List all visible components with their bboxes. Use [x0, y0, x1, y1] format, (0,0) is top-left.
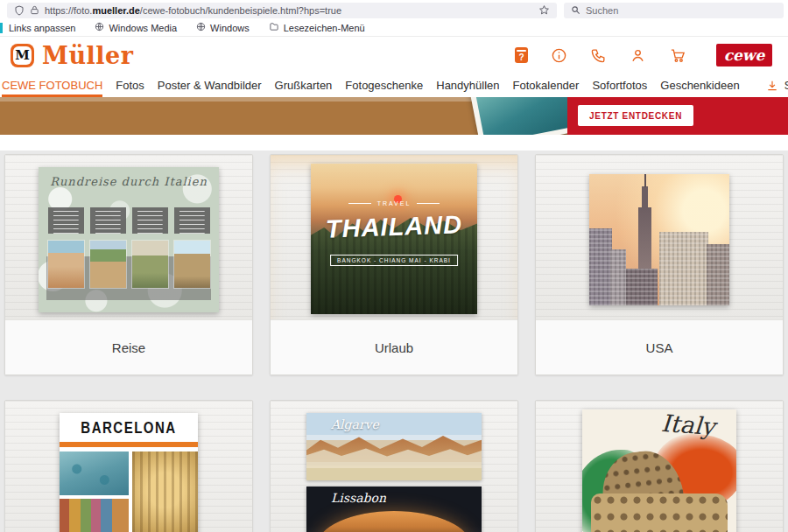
search-input[interactable]: Suchen	[564, 3, 784, 18]
bookmark-lesezeichen-menu[interactable]: Lesezeichen-Menü	[269, 22, 365, 33]
card-image-area: TRAVEL THAILAND BANGKOK - CHIANG MAI - K…	[271, 155, 517, 319]
cover-title: BARCELONA	[60, 418, 198, 437]
card-image-area: Rundreise durch Italien	[5, 155, 252, 319]
cover-title-algarve: Algarve	[331, 417, 379, 431]
cover-title: THAILAND	[311, 210, 477, 245]
bookmark-windows[interactable]: Windows	[196, 22, 250, 33]
hero-banner[interactable]: JETZT ENTDECKEN	[0, 97, 788, 135]
globe-icon	[95, 22, 104, 33]
bookmark-links-anpassen[interactable]: Links anpassen	[9, 23, 75, 33]
cart-icon[interactable]	[669, 47, 686, 64]
gallery-card-italy[interactable]: Italy	[535, 400, 784, 532]
photobook-cover-thailand: TRAVEL THAILAND BANGKOK - CHIANG MAI - K…	[311, 164, 477, 314]
photobook-cover-italy: Italy	[582, 410, 736, 532]
search-placeholder: Suchen	[586, 5, 618, 16]
hero-red-panel: JETZT ENTDECKEN	[567, 97, 788, 135]
cover-subtitle: BANGKOK - CHIANG MAI - KRABI	[330, 255, 458, 266]
main-nav: CEWE FOTOBUCH Fotos Poster & Wandbilder …	[0, 74, 788, 97]
card-image-area: Italy	[536, 401, 783, 532]
shield-icon[interactable]	[14, 5, 25, 16]
cewe-logo[interactable]: cewe	[716, 44, 772, 66]
service-help-icon[interactable]: ?	[515, 47, 528, 63]
nav-fotogeschenke[interactable]: Fotogeschenke	[345, 74, 423, 97]
nav-poster-wandbilder[interactable]: Poster & Wandbilder	[158, 74, 262, 97]
card-image-area: BARCELONA	[5, 401, 252, 532]
download-icon	[766, 80, 778, 92]
gallery-card-reise[interactable]: Rundreise durch Italien Reise	[4, 154, 253, 375]
gallery-section: Rundreise durch Italien Reise	[0, 150, 788, 532]
photobook-cover-reise: Rundreise durch Italien	[39, 167, 219, 312]
header-actions: ? cewe	[515, 44, 772, 66]
nav-software-app[interactable]: Software & App	[766, 80, 788, 92]
info-icon[interactable]	[551, 47, 567, 64]
cover-title: Italy	[660, 410, 716, 440]
nav-fotos[interactable]: Fotos	[116, 74, 144, 97]
favicon-sliver	[0, 23, 3, 33]
site-header: M Müller ? cewe	[0, 37, 788, 74]
jetzt-entdecken-button[interactable]: JETZT ENTDECKEN	[578, 105, 693, 126]
bookmarks-bar: Links anpassen Windows Media Windows Les…	[0, 19, 788, 37]
cover-title-lissabon: Lissabon	[331, 491, 386, 505]
card-image-area	[536, 155, 783, 319]
cover-title: Rundreise durch Italien	[39, 175, 219, 188]
folder-icon	[269, 22, 279, 33]
arena-graphic	[317, 511, 471, 532]
gallery-card-urlaub[interactable]: TRAVEL THAILAND BANGKOK - CHIANG MAI - K…	[270, 154, 518, 375]
empire-state-building-graphic	[638, 207, 651, 269]
url-text[interactable]: https://foto.mueller.de/cewe-fotobuch/ku…	[45, 5, 533, 16]
globe-icon	[196, 22, 206, 33]
gallery-card-usa[interactable]: USA	[535, 154, 784, 375]
brand-name: Müller	[42, 42, 133, 69]
lock-icon[interactable]	[30, 5, 39, 15]
nav-sofortfotos[interactable]: Sofortfotos	[592, 74, 647, 97]
bookmark-windows-media[interactable]: Windows Media	[95, 22, 177, 33]
search-icon	[571, 5, 580, 15]
card-label: Urlaub	[271, 319, 517, 374]
photobook-cover-portugal: Algarve Lissabon	[306, 413, 482, 532]
photobook-cover-usa	[589, 174, 729, 305]
mueller-logo-icon: M	[11, 44, 34, 67]
mueller-logo[interactable]: M Müller	[11, 42, 133, 69]
hero-polaroid-photo	[468, 97, 583, 135]
hero-bottom-strip	[0, 135, 788, 150]
nav-geschenkideen[interactable]: Geschenkideen	[660, 74, 739, 97]
photobook-cover-barcelona: BARCELONA	[60, 413, 198, 532]
nav-fotokalender[interactable]: Fotokalender	[513, 74, 580, 97]
gallery-card-barcelona[interactable]: BARCELONA	[4, 400, 253, 532]
nav-handyhuellen[interactable]: Handyhüllen	[436, 74, 499, 97]
nav-grusskarten[interactable]: Grußkarten	[275, 74, 333, 97]
cover-kicker: TRAVEL	[377, 200, 412, 206]
card-label: Reise	[5, 319, 252, 374]
phone-icon[interactable]	[590, 47, 607, 64]
card-label: USA	[536, 319, 783, 374]
browser-toolbar: https://foto.mueller.de/cewe-fotobuch/ku…	[0, 0, 788, 19]
url-bar[interactable]: https://foto.mueller.de/cewe-fotobuch/ku…	[7, 3, 557, 18]
nav-cewe-fotobuch[interactable]: CEWE FOTOBUCH	[2, 74, 102, 97]
user-icon[interactable]	[630, 47, 646, 64]
gallery-grid: Rundreise durch Italien Reise	[4, 154, 784, 532]
gallery-card-portugal[interactable]: Algarve Lissabon	[270, 400, 518, 532]
bookmark-star-icon[interactable]	[538, 4, 550, 16]
card-image-area: Algarve Lissabon	[271, 401, 517, 532]
